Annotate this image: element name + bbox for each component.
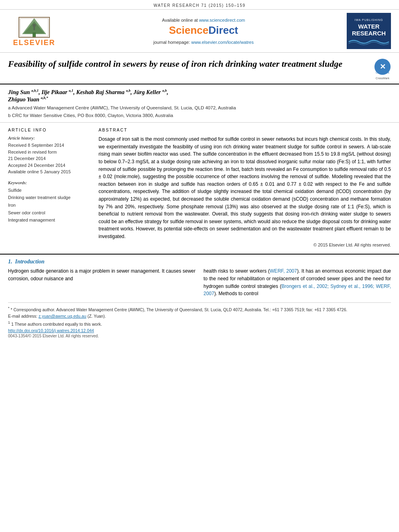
doi-link[interactable]: http://dx.doi.org/10.1016/j.watres.2014.… [8,328,94,333]
werf-ref-1[interactable]: WERF, 2007 [270,268,297,274]
wr-logo-top-text: IWA PUBLISHING [351,16,387,23]
keyword-drinking-water: Drinking water treatment sludge [8,194,90,201]
email-footnote: E-mail address: z.yuan@awmc.uq.edu.au (Z… [8,313,391,320]
article-info-label: ARTICLE INFO [8,127,90,132]
received-revised-label: Received in revised form [8,149,90,156]
svg-text:CrossMark: CrossMark [376,71,389,74]
top-banner: ELSEVIER Available online at www.science… [0,9,399,53]
svg-point-3 [33,24,36,27]
svg-rect-4 [33,27,35,30]
water-research-logo: IWA PUBLISHING WATERRESEARCH [347,13,391,49]
affiliation-a: a Advanced Water Management Centre (AWMC… [8,105,391,111]
crossmark-badge: ✕ CrossMark CrossMark [374,58,391,80]
journal-header: WATER RESEARCH 71 (2015) 150–159 [0,0,399,9]
journal-homepage-link[interactable]: www.elsevier.com/locate/watres [191,40,253,45]
wr-logo-main-text: WATERRESEARCH [352,23,386,37]
intro-section-title: 1. Introduction [8,259,391,265]
elsevier-brand-text: ELSEVIER [13,39,55,47]
equal-contrib-footnote: 1 1 These authors contributed equally to… [8,320,391,327]
sd-orange-part: Science [169,24,208,36]
intro-col1-text: Hydrogen sulfide generation is a major p… [8,267,195,282]
available-online-date: Available online 5 January 2015 [8,168,90,175]
email-link[interactable]: z.yuan@awmc.uq.edu.au [39,314,86,318]
elsevier-logo: ELSEVIER [8,15,60,47]
intro-col-right: health risks to sewer workers (WERF, 200… [204,267,391,297]
intro-title: Introduction [15,259,45,265]
keywords-section: Keywords: Sulfide Drinking water treatme… [8,180,90,224]
available-online-text: Available online at www.sciencedirect.co… [60,18,347,23]
copyright-line: © 2015 Elsevier Ltd. All rights reserved… [99,242,391,247]
introduction-section: 1. Introduction Hydrogen sulfide generat… [0,259,399,297]
svg-text:✕: ✕ [380,63,386,71]
journal-header-text: WATER RESEARCH 71 (2015) 150–159 [154,3,246,8]
elsevier-tree-icon [18,16,50,39]
center-banner: Available online at www.sciencedirect.co… [60,18,347,45]
intro-number: 1. [8,259,12,265]
title-section: Feasibility of sulfide control in sewers… [0,53,399,84]
issn-line: 0043-1354/© 2015 Elsevier Ltd. All right… [8,334,391,338]
intro-col2-text: health risks to sewer workers (WERF, 200… [204,267,391,297]
doi-line: http://dx.doi.org/10.1016/j.watres.2014.… [8,328,391,333]
keyword-integrated: Integrated management [8,216,90,224]
left-column: ARTICLE INFO Article history: Received 8… [8,127,90,247]
article-history-label: Article history: [8,136,90,140]
section-divider [0,254,399,255]
sd-blue-part: Direct [208,24,238,36]
keyword-iron: Iron [8,201,90,209]
abstract-text: Dosage of iron salt is the most commonly… [99,136,391,240]
intro-columns: Hydrogen sulfide generation is a major p… [8,267,391,297]
footnotes-section: * * Corresponding author. Advanced Water… [8,302,391,338]
crossmark-label: CrossMark [374,77,391,80]
wr-wave-icon [348,38,389,45]
sciencedirect-title: ScienceDirect [60,24,347,37]
intro-col-left: Hydrogen sulfide generation is a major p… [8,267,195,297]
right-column: ABSTRACT Dosage of iron salt is the most… [99,127,391,247]
abstract-paragraph: Dosage of iron salt is the most commonly… [99,136,391,240]
corresponding-footnote: * * Corresponding author. Advanced Water… [8,305,391,313]
keyword-sulfide: Sulfide [8,187,90,194]
affiliation-b: b CRC for Water Sensitive Cities, PO Box… [8,112,391,119]
brongers-ref[interactable]: Brongers et al., 2002; Sydney et al., 19… [204,283,391,297]
keyword-sewer-odor: Sewer odor control [8,209,90,217]
journal-homepage-text: journal homepage: www.elsevier.com/locat… [60,40,347,45]
received-date: Received 8 September 2014 [8,142,90,149]
sciencedirect-link[interactable]: www.sciencedirect.com [199,18,245,23]
authors-section: Jing Sun a,b,1, Ilje Pikaar a,1, Keshab … [0,84,399,123]
svg-text:IWA PUBLISHING: IWA PUBLISHING [355,18,383,21]
abstract-label: ABSTRACT [99,127,391,132]
keywords-label: Keywords: [8,180,90,185]
authors-line: Jing Sun a,b,1, Ilje Pikaar a,1, Keshab … [8,88,391,103]
revised-date: 21 December 2014 [8,155,90,162]
accepted-date: Accepted 24 December 2014 [8,162,90,169]
affiliations: a Advanced Water Management Centre (AWMC… [8,105,391,119]
main-content: ARTICLE INFO Article history: Received 8… [0,123,399,247]
paper-title: Feasibility of sulfide control in sewers… [8,58,342,70]
